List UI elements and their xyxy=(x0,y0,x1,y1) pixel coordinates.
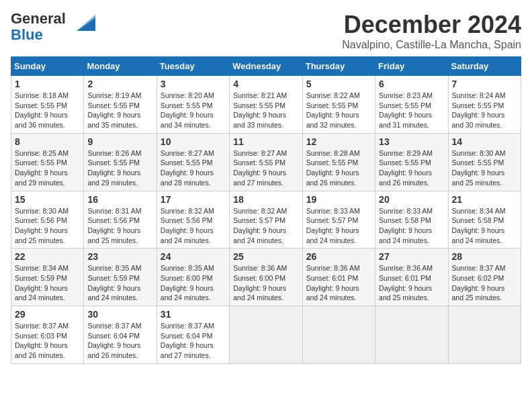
header-tuesday: Tuesday xyxy=(157,57,229,76)
day-info: Sunrise: 8:32 AMSunset: 5:57 PMDaylight:… xyxy=(233,207,287,244)
day-number: 18 xyxy=(233,194,298,205)
day-info: Sunrise: 8:19 AMSunset: 5:55 PMDaylight:… xyxy=(87,91,141,129)
day-info: Sunrise: 8:37 AMSunset: 6:03 PMDaylight:… xyxy=(15,322,69,359)
header: General Blue December 2024 Navalpino, Ca… xyxy=(11,11,521,51)
calendar-day-19: 19Sunrise: 8:33 AMSunset: 5:57 PMDayligh… xyxy=(302,191,375,248)
logo-text: General Blue xyxy=(11,11,66,43)
calendar-day-15: 15Sunrise: 8:30 AMSunset: 5:56 PMDayligh… xyxy=(11,191,84,248)
day-number: 26 xyxy=(306,251,371,262)
day-number: 28 xyxy=(452,251,517,262)
day-info: Sunrise: 8:30 AMSunset: 5:55 PMDaylight:… xyxy=(452,149,506,187)
day-info: Sunrise: 8:37 AMSunset: 6:04 PMDaylight:… xyxy=(87,322,141,359)
day-info: Sunrise: 8:37 AMSunset: 6:02 PMDaylight:… xyxy=(452,264,506,302)
header-thursday: Thursday xyxy=(302,57,375,76)
day-info: Sunrise: 8:21 AMSunset: 5:55 PMDaylight:… xyxy=(233,91,287,129)
day-number: 9 xyxy=(87,136,152,147)
calendar-day-11: 11Sunrise: 8:27 AMSunset: 5:55 PMDayligh… xyxy=(230,133,302,191)
calendar-day-4: 4Sunrise: 8:21 AMSunset: 5:55 PMDaylight… xyxy=(230,76,302,134)
day-info: Sunrise: 8:24 AMSunset: 5:55 PMDaylight:… xyxy=(452,91,506,129)
calendar-day-3: 3Sunrise: 8:20 AMSunset: 5:55 PMDaylight… xyxy=(157,76,229,134)
calendar-day-empty xyxy=(302,306,375,364)
day-info: Sunrise: 8:18 AMSunset: 5:55 PMDaylight:… xyxy=(15,91,69,129)
day-info: Sunrise: 8:37 AMSunset: 6:04 PMDaylight:… xyxy=(161,322,214,359)
day-number: 15 xyxy=(15,194,80,205)
day-info: Sunrise: 8:35 AMSunset: 5:59 PMDaylight:… xyxy=(87,264,141,302)
day-info: Sunrise: 8:27 AMSunset: 5:55 PMDaylight:… xyxy=(233,149,287,187)
calendar-day-21: 21Sunrise: 8:34 AMSunset: 5:58 PMDayligh… xyxy=(448,191,521,248)
calendar-day-5: 5Sunrise: 8:22 AMSunset: 5:55 PMDaylight… xyxy=(302,76,375,134)
day-number: 6 xyxy=(379,79,444,89)
day-number: 23 xyxy=(87,251,152,262)
calendar-week-2: 8Sunrise: 8:25 AMSunset: 5:55 PMDaylight… xyxy=(11,133,521,191)
header-sunday: Sunday xyxy=(11,57,84,76)
calendar-day-empty xyxy=(448,306,521,364)
day-info: Sunrise: 8:20 AMSunset: 5:55 PMDaylight:… xyxy=(161,91,214,129)
day-info: Sunrise: 8:33 AMSunset: 5:58 PMDaylight:… xyxy=(379,207,433,244)
header-monday: Monday xyxy=(84,57,157,76)
header-wednesday: Wednesday xyxy=(230,57,302,76)
day-number: 13 xyxy=(379,136,444,147)
day-info: Sunrise: 8:31 AMSunset: 5:56 PMDaylight:… xyxy=(87,207,141,244)
day-number: 25 xyxy=(233,251,298,262)
calendar-week-5: 29Sunrise: 8:37 AMSunset: 6:03 PMDayligh… xyxy=(11,306,521,364)
day-number: 17 xyxy=(161,194,226,205)
day-info: Sunrise: 8:22 AMSunset: 5:55 PMDaylight:… xyxy=(306,91,360,129)
calendar-day-12: 12Sunrise: 8:28 AMSunset: 5:55 PMDayligh… xyxy=(302,133,375,191)
day-number: 21 xyxy=(452,194,517,205)
calendar-day-empty xyxy=(230,306,302,364)
calendar-day-20: 20Sunrise: 8:33 AMSunset: 5:58 PMDayligh… xyxy=(375,191,448,248)
calendar-header-row: Sunday Monday Tuesday Wednesday Thursday… xyxy=(11,57,521,76)
day-number: 3 xyxy=(161,79,226,89)
day-info: Sunrise: 8:32 AMSunset: 5:56 PMDaylight:… xyxy=(161,207,214,244)
day-info: Sunrise: 8:27 AMSunset: 5:55 PMDaylight:… xyxy=(161,149,214,187)
day-info: Sunrise: 8:36 AMSunset: 6:01 PMDaylight:… xyxy=(379,264,433,302)
calendar-day-27: 27Sunrise: 8:36 AMSunset: 6:01 PMDayligh… xyxy=(375,248,448,306)
calendar-day-22: 22Sunrise: 8:34 AMSunset: 5:59 PMDayligh… xyxy=(11,248,84,306)
calendar-day-30: 30Sunrise: 8:37 AMSunset: 6:04 PMDayligh… xyxy=(84,306,157,364)
day-number: 4 xyxy=(233,79,298,89)
calendar-day-17: 17Sunrise: 8:32 AMSunset: 5:56 PMDayligh… xyxy=(157,191,229,248)
day-info: Sunrise: 8:35 AMSunset: 6:00 PMDaylight:… xyxy=(161,264,214,302)
calendar-day-24: 24Sunrise: 8:35 AMSunset: 6:00 PMDayligh… xyxy=(157,248,229,306)
calendar-day-31: 31Sunrise: 8:37 AMSunset: 6:04 PMDayligh… xyxy=(157,306,229,364)
day-info: Sunrise: 8:26 AMSunset: 5:55 PMDaylight:… xyxy=(87,149,141,187)
day-info: Sunrise: 8:23 AMSunset: 5:55 PMDaylight:… xyxy=(379,91,433,129)
day-info: Sunrise: 8:34 AMSunset: 5:58 PMDaylight:… xyxy=(452,207,506,244)
main-title: December 2024 xyxy=(342,11,521,39)
calendar-week-4: 22Sunrise: 8:34 AMSunset: 5:59 PMDayligh… xyxy=(11,248,521,306)
logo-icon xyxy=(70,12,95,35)
calendar-day-7: 7Sunrise: 8:24 AMSunset: 5:55 PMDaylight… xyxy=(448,76,521,134)
day-info: Sunrise: 8:29 AMSunset: 5:55 PMDaylight:… xyxy=(379,149,433,187)
day-number: 1 xyxy=(15,79,80,89)
calendar-day-8: 8Sunrise: 8:25 AMSunset: 5:55 PMDaylight… xyxy=(11,133,84,191)
day-number: 2 xyxy=(87,79,152,89)
calendar-day-29: 29Sunrise: 8:37 AMSunset: 6:03 PMDayligh… xyxy=(11,306,84,364)
day-number: 29 xyxy=(15,309,80,320)
calendar-week-3: 15Sunrise: 8:30 AMSunset: 5:56 PMDayligh… xyxy=(11,191,521,248)
day-number: 10 xyxy=(161,136,226,147)
day-number: 24 xyxy=(161,251,226,262)
day-number: 14 xyxy=(452,136,517,147)
day-number: 12 xyxy=(306,136,371,147)
calendar-day-6: 6Sunrise: 8:23 AMSunset: 5:55 PMDaylight… xyxy=(375,76,448,134)
title-area: December 2024 Navalpino, Castille-La Man… xyxy=(342,11,521,51)
calendar-day-9: 9Sunrise: 8:26 AMSunset: 5:55 PMDaylight… xyxy=(84,133,157,191)
calendar-day-1: 1Sunrise: 8:18 AMSunset: 5:55 PMDaylight… xyxy=(11,76,84,134)
day-number: 8 xyxy=(15,136,80,147)
header-friday: Friday xyxy=(375,57,448,76)
subtitle: Navalpino, Castille-La Mancha, Spain xyxy=(342,39,521,51)
day-number: 19 xyxy=(306,194,371,205)
day-number: 5 xyxy=(306,79,371,89)
calendar-day-13: 13Sunrise: 8:29 AMSunset: 5:55 PMDayligh… xyxy=(375,133,448,191)
day-info: Sunrise: 8:33 AMSunset: 5:57 PMDaylight:… xyxy=(306,207,360,244)
day-number: 30 xyxy=(87,309,152,320)
day-info: Sunrise: 8:25 AMSunset: 5:55 PMDaylight:… xyxy=(15,149,69,187)
day-info: Sunrise: 8:34 AMSunset: 5:59 PMDaylight:… xyxy=(15,264,69,302)
day-number: 16 xyxy=(87,194,152,205)
logo: General Blue xyxy=(11,11,95,43)
calendar-day-2: 2Sunrise: 8:19 AMSunset: 5:55 PMDaylight… xyxy=(84,76,157,134)
day-info: Sunrise: 8:36 AMSunset: 6:00 PMDaylight:… xyxy=(233,264,287,302)
calendar-day-empty xyxy=(375,306,448,364)
day-number: 11 xyxy=(233,136,298,147)
calendar-day-16: 16Sunrise: 8:31 AMSunset: 5:56 PMDayligh… xyxy=(84,191,157,248)
